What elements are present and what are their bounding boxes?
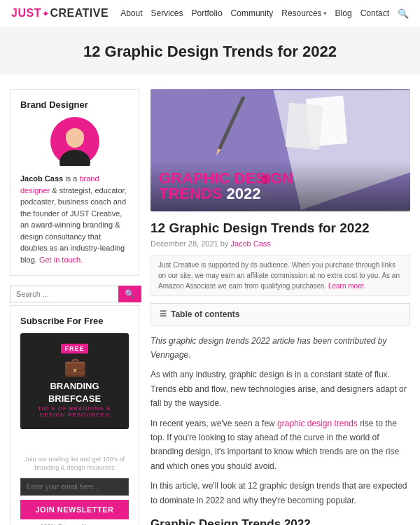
featured-image: onet onet GRAPHIC DESIGN TRENDS 2022: [150, 89, 410, 211]
sidebar: Brand Designer Jacob Cass is a brand des…: [10, 89, 139, 525]
logo-just: JUST: [11, 7, 41, 19]
search-wrap: 🔍: [10, 286, 139, 302]
nav-contact[interactable]: Contact: [360, 8, 389, 18]
featured-image-title: GRAPHIC DESIGN TRENDS 2022: [159, 171, 402, 202]
article-meta: December 28, 2021 by Jacob Cass: [150, 239, 410, 248]
toc-icon: ☰: [160, 309, 167, 318]
search-button[interactable]: 🔍: [118, 286, 141, 302]
nav-about[interactable]: About: [120, 8, 142, 18]
featured-image-overlay: GRAPHIC DESIGN TRENDS 2022: [150, 161, 410, 211]
page-title: 12 Graphic Design Trends for 2022: [14, 43, 406, 61]
chevron-down-icon: ▾: [323, 10, 327, 17]
briefcase-title-line2: BRIEFCASE: [27, 393, 122, 405]
site-header: JUST✦CREATIVE About Services Portfolio C…: [0, 0, 420, 27]
briefcase-subtitle: 100's of branding & design resources: [27, 405, 122, 418]
subscribe-heading: Subscribe For Free: [20, 316, 129, 326]
email-field[interactable]: [20, 478, 129, 496]
free-badge: FREE: [61, 344, 88, 354]
author-avatar-svg: [50, 117, 99, 166]
svg-text:onet: onet: [155, 91, 163, 95]
main-layout: Brand Designer Jacob Cass is a brand des…: [0, 75, 420, 525]
author-bio: Jacob Cass is a brand designer & strateg…: [20, 173, 129, 265]
nav-resources[interactable]: Resources ▾: [281, 8, 326, 18]
article-intro-2: As with any industry, graphic design is …: [150, 368, 410, 410]
page-title-section: 12 Graphic Design Trends for 2022: [0, 27, 420, 75]
toc-label: Table of contents: [171, 309, 239, 319]
graphic-design-trends-link[interactable]: graphic design trends: [277, 419, 358, 428]
briefcase-icon: 💼: [27, 356, 122, 378]
subscribe-box: Subscribe For Free FREE 💼 BRANDING BRIEF…: [10, 305, 139, 525]
nav-community[interactable]: Community: [231, 8, 274, 18]
author-name: Jacob Cass: [20, 174, 63, 183]
section-heading: Graphic Design Trends 2022: [150, 517, 410, 525]
briefcase-title-line1: BRANDING: [27, 381, 122, 392]
learn-more-link[interactable]: Learn more.: [328, 282, 366, 290]
search-icon[interactable]: 🔍: [398, 8, 409, 19]
logo-star: ✦: [42, 9, 50, 19]
briefcase-banner: FREE 💼 BRANDING BRIEFCASE 100's of brand…: [20, 333, 129, 429]
main-content: onet onet GRAPHIC DESIGN TRENDS 2022 12 …: [150, 89, 410, 525]
article-intro-3: In recent years, we've seen a few graphi…: [150, 416, 410, 474]
article-intro-1: This graphic design trends 2022 article …: [150, 334, 410, 363]
brand-designer-heading: Brand Designer: [20, 99, 129, 110]
join-newsletter-button[interactable]: JOIN NEWSLETTER: [20, 500, 129, 519]
disclosure-box: Just Creative is supported by its audien…: [150, 255, 410, 296]
article-intro-4: In this article, we'll look at 12 graphi…: [150, 479, 410, 507]
logo-creative: CREATIVE: [50, 7, 108, 19]
toc-box[interactable]: ☰ Table of contents: [150, 303, 410, 326]
briefcase-sub-description: Join our mailing list and get 100's of b…: [20, 456, 129, 472]
author-avatar-wrap: [20, 117, 129, 166]
search-input[interactable]: [10, 286, 118, 302]
svg-rect-7: [286, 103, 323, 150]
article-title: 12 Graphic Design Trends for 2022: [150, 220, 410, 237]
nav-portfolio[interactable]: Portfolio: [192, 8, 223, 18]
main-nav: About Services Portfolio Community Resou…: [120, 8, 409, 19]
briefcase-description: Download the Branding Briefcase FREE!: [20, 435, 129, 453]
author-box: Brand Designer Jacob Cass is a brand des…: [10, 89, 139, 276]
avatar: [50, 117, 99, 166]
get-in-touch-link[interactable]: Get in touch.: [39, 255, 83, 264]
svg-point-3: [66, 129, 84, 143]
toc-header[interactable]: ☰ Table of contents: [160, 309, 401, 319]
nav-services[interactable]: Services: [151, 8, 183, 18]
no-spam-text: 100% Privacy. No spam.: [20, 523, 129, 525]
site-logo[interactable]: JUST✦CREATIVE: [11, 7, 108, 20]
nav-blog[interactable]: Blog: [335, 8, 352, 18]
article-author-link[interactable]: Jacob Cass: [230, 239, 270, 248]
